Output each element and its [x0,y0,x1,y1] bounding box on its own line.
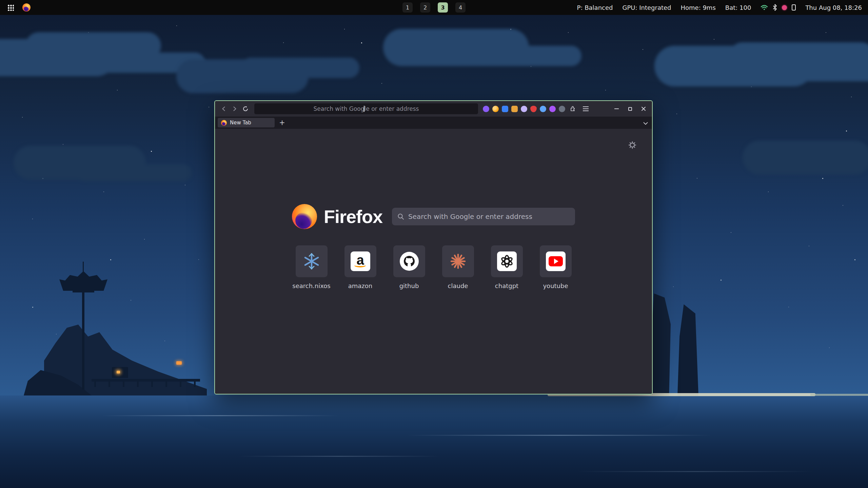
newtab-search[interactable] [392,208,575,225]
shortcut-label: amazon [348,282,372,289]
cloud [14,146,146,180]
workspace-switcher: 1 2 3 4 [402,0,466,15]
firefox-launcher-icon[interactable] [22,3,31,12]
beach-strip [810,394,868,396]
extension-icon-5[interactable] [521,106,527,112]
extensions-puzzle-icon[interactable] [567,103,578,114]
topbar-right: P: Balanced GPU: Integrated Home: 9ms Ba… [577,4,868,11]
extension-icon-9[interactable] [559,106,565,112]
wave-highlight [407,435,712,436]
reload-button[interactable] [240,103,251,114]
tab-title: New Tab [230,120,251,126]
workspace-button-2[interactable]: 2 [420,2,430,13]
topbar-left [0,2,31,13]
workspace-button-3-active[interactable]: 3 [438,2,448,13]
shortcut-label: claude [448,282,468,289]
newtab-search-input[interactable] [408,212,570,221]
minimize-button[interactable] [611,104,622,114]
gpu-status[interactable]: GPU: Integrated [622,4,671,11]
top-bar: 1 2 3 4 P: Balanced GPU: Integrated Home… [0,0,868,15]
shortcut-search-nixos[interactable]: search.nixos [287,245,336,289]
firefox-wordmark: Firefox [324,206,382,227]
openai-knot-icon [497,251,517,271]
cloud [176,59,309,93]
url-bar[interactable] [254,103,478,114]
youtube-play-icon [546,251,566,271]
close-button[interactable] [638,104,649,114]
browser-toolbar [215,101,652,117]
shortcut-label: github [399,282,419,289]
wallpaper-ocean [0,395,868,488]
wave-highlight [576,471,814,472]
tab-list-chevron-icon[interactable] [643,120,648,126]
system-tray [761,4,796,11]
wave-highlight [237,456,441,457]
shortcut-label: youtube [543,282,568,289]
workspace-button-1[interactable]: 1 [402,2,413,13]
wave-highlight [102,415,339,416]
back-button[interactable] [218,103,229,114]
shortcut-claude[interactable]: claude [434,245,482,289]
bluetooth-icon[interactable] [773,4,777,11]
extension-icon-2[interactable] [492,106,499,112]
network-latency-status[interactable]: Home: 9ms [680,4,715,11]
apps-grid-icon [7,4,14,11]
maximize-button[interactable] [625,104,635,114]
hut [112,367,128,378]
shortcut-label: chatgpt [495,282,518,289]
shortcut-label: search.nixos [292,282,330,289]
extension-icon-7[interactable] [540,106,546,112]
extension-icon-3[interactable] [502,106,508,112]
hut-light [117,371,120,373]
desktop: 1 2 3 4 P: Balanced GPU: Integrated Home… [0,0,868,488]
menu-icon[interactable] [580,103,591,114]
shortcut-tiles: search.nixos a amazon [215,245,652,289]
extension-icon-1[interactable] [483,106,489,112]
watchtower [83,262,84,272]
text-caret [364,106,364,112]
shortcut-youtube[interactable]: youtube [531,245,580,289]
extension-icon-8[interactable] [549,106,556,112]
new-tab-button[interactable]: + [277,118,287,127]
battery-status[interactable]: Bat: 100 [725,4,751,11]
nixos-snowflake-icon [296,245,328,277]
tab-new-tab[interactable]: New Tab [218,118,275,127]
sign-light [176,361,182,365]
cloud [383,29,529,66]
forward-button[interactable] [229,103,240,114]
extension-icon-6[interactable] [530,106,537,112]
newtab-hero: Firefox [215,129,652,229]
firefox-logo [292,204,317,229]
cloud [743,141,868,175]
pier-posts [94,382,198,387]
power-profile-status[interactable]: P: Balanced [577,4,613,11]
new-tab-page: Firefox [215,129,652,394]
cloud [654,46,814,86]
shortcut-github[interactable]: github [385,245,434,289]
firefox-window: New Tab + [214,100,653,394]
extension-icons [483,106,565,112]
wifi-icon[interactable] [761,4,768,11]
search-icon [397,213,404,220]
cloud [0,39,115,76]
workspace-button-4[interactable]: 4 [455,2,466,13]
url-input[interactable] [254,103,478,114]
watchtower-pole [82,281,84,390]
pier [92,379,200,382]
tab-bar: New Tab + [215,117,652,129]
extension-icon-4[interactable] [511,106,518,112]
hamburger-icon [583,108,589,109]
app-launcher-button[interactable] [5,2,16,13]
clock[interactable]: Thu Aug 08, 18:26 [805,4,862,11]
window-controls [611,104,649,114]
firefox-favicon-icon [221,120,227,126]
amazon-icon: a [351,251,370,271]
device-icon[interactable] [792,4,796,11]
shortcut-amazon[interactable]: a amazon [336,245,385,289]
shortcut-chatgpt[interactable]: chatgpt [482,245,531,289]
indicator-icon[interactable] [782,5,787,10]
settings-gear-icon[interactable] [628,141,636,150]
github-octocat-icon [400,252,419,271]
claude-starburst-icon [442,245,474,277]
